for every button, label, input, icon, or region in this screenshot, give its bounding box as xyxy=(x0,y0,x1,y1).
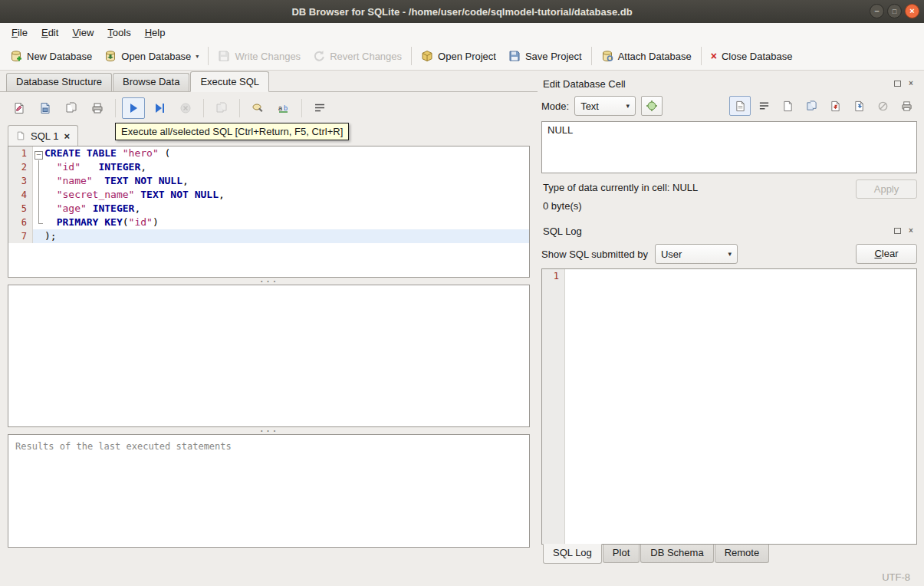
close-database-button[interactable]: Close Database xyxy=(705,46,799,67)
word-wrap-icon xyxy=(314,102,326,114)
auto-completion-button[interactable]: ab xyxy=(272,97,295,119)
tab-execute-sql[interactable]: Execute SQL xyxy=(190,71,269,92)
execute-sql-pane: ab Execute all/selected SQL [Ctrl+Return… xyxy=(0,92,538,568)
log-filter-combobox[interactable]: User xyxy=(655,244,738,264)
line-number: 1 xyxy=(8,146,33,160)
save-results-button[interactable] xyxy=(210,97,233,119)
open-database-dropdown-icon[interactable] xyxy=(196,53,199,62)
dock-close-icon[interactable] xyxy=(906,226,916,235)
close-tab-icon[interactable] xyxy=(64,131,70,141)
log-filter-value: User xyxy=(661,249,682,260)
open-database-button[interactable]: Open Database xyxy=(98,45,205,67)
tab-browse-data[interactable]: Browse Data xyxy=(113,73,189,91)
code-line[interactable]: 7); xyxy=(8,229,529,243)
print-sql-button[interactable] xyxy=(86,97,109,119)
toolbar-separator xyxy=(701,47,702,65)
print-icon xyxy=(901,100,912,112)
open-project-button[interactable]: Open Project xyxy=(415,45,502,67)
save-sql-file-icon xyxy=(39,102,51,114)
export-cell-data-button[interactable] xyxy=(848,96,870,116)
open-database-icon xyxy=(104,50,117,62)
text-view-toggle-button[interactable] xyxy=(729,96,751,116)
stop-execution-button[interactable] xyxy=(174,97,197,119)
log-line-number: 1 xyxy=(542,269,565,544)
set-null-button[interactable] xyxy=(872,96,893,116)
attach-database-button[interactable]: Attach Database xyxy=(595,45,698,67)
menu-view[interactable]: View xyxy=(65,25,100,41)
write-changes-icon xyxy=(218,50,230,62)
dock-tab-bar: SQL Log Plot DB Schema Remote xyxy=(541,545,917,568)
splitter-handle[interactable] xyxy=(8,278,530,285)
tab-database-structure[interactable]: Database Structure xyxy=(6,73,112,91)
attach-database-icon xyxy=(601,50,613,62)
open-database-label: Open Database xyxy=(121,51,191,62)
close-window-icon[interactable] xyxy=(905,4,919,18)
import-file-icon xyxy=(830,100,841,112)
menu-tools[interactable]: Tools xyxy=(100,25,137,41)
set-null-icon xyxy=(877,100,889,112)
word-wrap-toggle-button[interactable] xyxy=(753,96,774,116)
results-message-pane[interactable]: Results of the last executed statements xyxy=(8,434,530,548)
toolbar-separator xyxy=(208,47,209,65)
execute-current-line-button[interactable] xyxy=(148,97,171,119)
code-line[interactable]: 2 "id" INTEGER, xyxy=(8,160,529,174)
menu-help[interactable]: Help xyxy=(138,25,173,41)
code-text: "id" INTEGER, xyxy=(44,160,146,174)
results-grid-pane[interactable] xyxy=(8,285,530,427)
minimize-icon[interactable] xyxy=(870,4,884,18)
fold-guide xyxy=(33,202,44,216)
import-cell-data-button[interactable] xyxy=(824,96,846,116)
revert-changes-button[interactable]: Revert Changes xyxy=(307,45,408,67)
write-changes-button[interactable]: Write Changes xyxy=(212,45,307,67)
splitter-handle[interactable] xyxy=(8,427,530,434)
tab-plot[interactable]: Plot xyxy=(603,545,640,563)
menu-file[interactable]: File xyxy=(5,25,35,41)
app-window: DB Browser for SQLite - /home/user/code/… xyxy=(0,0,924,586)
mode-combobox[interactable]: Text xyxy=(574,96,636,116)
dock-float-icon[interactable] xyxy=(893,79,902,88)
fold-guide xyxy=(33,188,44,202)
log-filter-label: Show SQL submitted by xyxy=(541,249,648,260)
window-title: DB Browser for SQLite - /home/user/code/… xyxy=(291,6,632,18)
auto-detect-mode-button[interactable] xyxy=(641,96,663,116)
cell-value-editor[interactable]: NULL xyxy=(541,121,917,173)
execute-current-line-icon xyxy=(153,102,166,114)
save-project-button[interactable]: Save Project xyxy=(502,45,588,67)
word-wrap-button[interactable] xyxy=(308,97,331,119)
code-line[interactable]: 5 "age" INTEGER, xyxy=(8,202,529,216)
code-text: "name" TEXT NOT NULL, xyxy=(44,174,189,188)
code-text: ); xyxy=(44,229,57,243)
copy-cell-button[interactable] xyxy=(801,96,822,116)
new-database-button[interactable]: New Database xyxy=(4,45,98,67)
open-sql-file-button[interactable] xyxy=(8,97,31,119)
code-text: "secret_name" TEXT NOT NULL, xyxy=(44,188,225,202)
find-replace-button[interactable] xyxy=(246,97,269,119)
menu-edit[interactable]: Edit xyxy=(35,25,65,41)
toolbar-separator xyxy=(203,99,204,117)
sql-log-view[interactable]: 1 xyxy=(541,268,917,545)
execute-all-button[interactable] xyxy=(122,97,145,119)
mode-label: Mode: xyxy=(541,100,569,112)
fold-marker-icon[interactable] xyxy=(33,146,44,160)
code-line[interactable]: 4 "secret_name" TEXT NOT NULL, xyxy=(8,188,529,202)
code-line[interactable]: 1CREATE TABLE "hero" ( xyxy=(8,146,529,160)
code-line[interactable]: 3 "name" TEXT NOT NULL, xyxy=(8,174,529,188)
sql-editor[interactable]: 1CREATE TABLE "hero" (2 "id" INTEGER,3 "… xyxy=(8,146,530,278)
open-in-editor-button[interactable] xyxy=(777,96,798,116)
dock-close-icon[interactable] xyxy=(906,79,916,88)
dock-float-icon[interactable] xyxy=(893,226,902,235)
tab-remote[interactable]: Remote xyxy=(715,545,770,563)
code-line[interactable]: 6 PRIMARY KEY("id") xyxy=(8,216,529,229)
maximize-icon[interactable] xyxy=(887,4,902,18)
log-content xyxy=(565,269,916,544)
clear-log-button[interactable]: Clear xyxy=(856,244,917,264)
stop-execution-icon xyxy=(179,102,192,114)
tab-db-schema[interactable]: DB Schema xyxy=(640,545,713,563)
save-sql-file-button[interactable] xyxy=(34,97,57,119)
tab-sql-log[interactable]: SQL Log xyxy=(543,544,602,564)
open-sql-file-icon xyxy=(13,102,25,114)
apply-button[interactable]: Apply xyxy=(856,179,917,199)
duplicate-sql-tab-button[interactable] xyxy=(60,97,83,119)
print-cell-button[interactable] xyxy=(896,96,917,116)
tab-sql-1[interactable]: SQL 1 xyxy=(8,125,78,146)
